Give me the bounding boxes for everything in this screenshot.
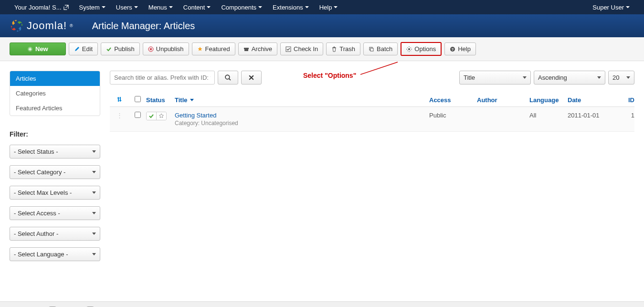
caret-down-icon — [92, 150, 96, 153]
user-menu[interactable]: Super User — [588, 1, 634, 13]
plus-icon — [27, 46, 33, 52]
page-header: Joomla! ® Article Manager: Articles — [0, 14, 644, 37]
menu-components[interactable]: Components — [216, 1, 267, 13]
search-button[interactable] — [218, 71, 238, 85]
search-input[interactable] — [110, 71, 215, 85]
menu-help[interactable]: Help — [315, 1, 343, 13]
help-button[interactable]: ? Help — [444, 42, 476, 55]
row-language: All — [529, 112, 568, 119]
top-navigation: Your Joomla! S... System Users Menus Con… — [0, 0, 644, 14]
toolbar: New Edit Publish Unpublish Featured Arch… — [0, 37, 644, 61]
publish-toggle[interactable] — [147, 112, 157, 120]
column-checkbox[interactable] — [129, 96, 146, 104]
article-category: Category: Uncategorised — [175, 120, 429, 127]
caret-down-icon — [92, 233, 96, 235]
row-id: 1 — [620, 112, 634, 119]
column-author[interactable]: Author — [477, 96, 529, 104]
drag-handle[interactable]: ⋮ — [110, 112, 129, 119]
column-status[interactable]: Status — [146, 96, 175, 104]
brand-text: Joomla! — [27, 20, 67, 32]
filter-language[interactable]: - Select Language - — [10, 247, 100, 261]
check-icon — [106, 46, 112, 52]
caret-down-icon — [92, 253, 96, 255]
filter-category[interactable]: - Select Category - — [10, 165, 100, 179]
caret-down-icon — [258, 6, 262, 8]
batch-icon — [369, 46, 374, 52]
column-language[interactable]: Language — [529, 96, 568, 104]
article-link[interactable]: Getting Started — [175, 112, 216, 119]
checkin-button[interactable]: Check In — [280, 42, 323, 55]
caret-down-icon — [523, 76, 527, 79]
archive-button[interactable]: Archive — [238, 42, 277, 55]
caret-down-icon — [169, 6, 173, 8]
trash-button[interactable]: Trash — [326, 42, 360, 55]
caret-down-icon — [626, 76, 630, 79]
column-access[interactable]: Access — [429, 96, 477, 104]
new-button[interactable]: New — [10, 42, 66, 55]
filter-max-levels[interactable]: - Select Max Levels - — [10, 186, 100, 200]
star-icon — [197, 46, 203, 52]
sidebar: Articles Categories Featured Articles Fi… — [10, 71, 100, 268]
annotation-label: Select "Options" — [303, 72, 356, 79]
footer: View Site 0 Visitors 1 Admins 0 Log out … — [0, 301, 644, 307]
sidebar-item-categories[interactable]: Categories — [10, 86, 100, 101]
edit-button[interactable]: Edit — [69, 42, 98, 55]
sort-direction-select[interactable]: Ascending — [534, 71, 605, 85]
caret-down-icon — [626, 6, 630, 8]
caret-down-icon — [92, 191, 96, 194]
archive-icon — [243, 46, 249, 52]
filter-author[interactable]: - Select Author - — [10, 227, 100, 241]
site-name[interactable]: Your Joomla! S... — [10, 1, 74, 13]
menu-content[interactable]: Content — [179, 1, 216, 13]
svg-point-10 — [225, 75, 230, 79]
content-area: Select "Options" Title Ascending 20 Stat… — [110, 71, 634, 268]
publish-button[interactable]: Publish — [101, 42, 140, 55]
batch-button[interactable]: Batch — [363, 42, 398, 55]
column-date[interactable]: Date — [568, 96, 620, 104]
pencil-icon — [74, 46, 80, 52]
sidebar-item-featured[interactable]: Featured Articles — [10, 101, 100, 116]
row-access: Public — [429, 112, 477, 119]
search-icon — [225, 74, 231, 81]
unpublish-button[interactable]: Unpublish — [143, 42, 189, 55]
filter-access[interactable]: - Select Access - — [10, 206, 100, 220]
caret-down-icon — [207, 6, 211, 8]
caret-down-icon — [305, 6, 309, 8]
caret-down-icon — [102, 6, 106, 8]
column-order[interactable] — [110, 96, 129, 104]
annotation-arrow — [360, 61, 399, 75]
menu-system[interactable]: System — [74, 1, 110, 13]
filter-status[interactable]: - Select Status - — [10, 145, 100, 159]
sort-icon — [117, 96, 122, 102]
select-all-checkbox[interactable] — [135, 96, 141, 102]
articles-table: Status Title Access Author Language Date… — [110, 93, 634, 132]
menu-extensions[interactable]: Extensions — [268, 1, 314, 13]
drag-icon: ⋮ — [116, 112, 123, 119]
clear-search-button[interactable] — [241, 71, 262, 85]
gear-icon — [406, 46, 412, 52]
row-date: 2011-01-01 — [568, 112, 620, 119]
svg-point-7 — [408, 48, 410, 50]
help-icon: ? — [450, 46, 455, 52]
svg-text:?: ? — [452, 47, 454, 52]
feature-toggle[interactable] — [157, 112, 166, 120]
x-circle-icon — [148, 46, 154, 52]
caret-down-icon — [134, 6, 138, 8]
search-row: Select "Options" Title Ascending 20 — [110, 71, 634, 85]
sort-field-select[interactable]: Title — [459, 71, 531, 85]
table-row: ⋮ Getting Started Category: Uncategorise… — [110, 107, 634, 132]
column-id[interactable]: ID — [620, 96, 634, 104]
row-title-cell: Getting Started Category: Uncategorised — [175, 112, 429, 127]
menu-users[interactable]: Users — [111, 1, 143, 13]
options-button[interactable]: Options — [401, 42, 442, 56]
menu-menus[interactable]: Menus — [144, 1, 178, 13]
site-name-label: Your Joomla! S... — [14, 4, 62, 11]
row-checkbox[interactable] — [135, 112, 141, 118]
featured-button[interactable]: Featured — [192, 42, 235, 55]
svg-line-11 — [360, 62, 398, 74]
svg-rect-2 — [244, 48, 249, 49]
column-title[interactable]: Title — [175, 96, 429, 104]
x-icon — [248, 74, 254, 81]
sidebar-item-articles[interactable]: Articles — [10, 71, 100, 86]
limit-select[interactable]: 20 — [608, 71, 634, 85]
